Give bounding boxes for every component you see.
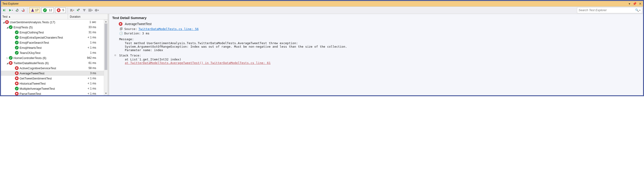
tree-row[interactable]: ActiveCognitiveServiceTest58 ms [1,66,108,71]
toolbar-separator [27,8,28,13]
vertical-scrollbar[interactable]: ▲ ▼ [104,19,108,95]
expander-icon[interactable]: ◢ [2,21,5,23]
test-name: MultipleAverageTweetTest [20,87,55,90]
column-test[interactable]: Test ▲ [1,14,68,19]
detail-pane: Test Detail Summary AverageTweetTest 🗐 S… [110,14,643,95]
svg-rect-9 [89,9,90,10]
source-link[interactable]: TwitterDataModelTests.cs line: 56 [138,27,198,31]
test-duration: < 1 ms [68,77,108,80]
svg-rect-2 [70,9,72,9]
scroll-thumb[interactable] [104,23,107,70]
svg-rect-6 [83,9,86,9]
test-duration: < 1 ms [68,92,108,95]
fail-icon [9,61,12,65]
tree-row[interactable]: ◢UserSentimentAnalysis.Tests (17)1 sec [1,19,108,25]
scroll-up-icon[interactable]: ▲ [104,19,108,23]
pass-icon [15,30,19,34]
expander-icon[interactable]: ◢ [6,62,9,64]
scroll-track[interactable] [104,70,108,91]
tree-row[interactable]: MultipleAverageTweetTest< 1 ms [1,86,108,91]
close-icon[interactable]: ✕ [639,2,642,5]
sort-ascending-icon: ▲ [8,15,11,18]
source-icon: 🗐 [119,27,123,31]
tree-row[interactable]: GetTweetSentimentTest< 1 ms [1,76,108,81]
test-duration: 942 ms [68,56,108,59]
run-all-button[interactable] [2,7,8,13]
test-tree-pane: Test ▲ Duration ◢UserSentimentAnalysis.T… [1,14,108,95]
search-box[interactable]: 🔍 ▾ [577,7,642,13]
toolbar: ▾ 17 12 5 ▾ ▾ ▾ 🔍 ▾ [1,6,643,14]
tree-row[interactable]: TearsOfJoyTest1 ms [1,50,108,55]
summary-passed[interactable]: 12 [42,7,54,13]
settings-button[interactable]: ▾ [94,7,100,13]
fail-icon [15,92,19,95]
tree-row[interactable]: ◢EmojiTests (5)33 ms [1,25,108,30]
group-by-button[interactable]: ▾ [88,7,93,13]
scroll-down-icon[interactable]: ▼ [104,91,108,95]
fail-icon [57,8,60,12]
repeat-run-button[interactable] [14,7,20,13]
tree-row[interactable]: ParseTweetTest< 1 ms [1,91,108,95]
svg-rect-7 [84,10,85,10]
pin-icon[interactable]: 📌 [632,2,636,5]
test-tree[interactable]: ◢UserSentimentAnalysis.Tests (17)1 sec◢E… [1,19,108,95]
pass-icon [15,46,19,49]
test-duration: 33 ms [68,25,108,29]
run-until-fail-button[interactable] [76,7,81,13]
playlist-button[interactable]: ▾ [69,7,75,13]
window-controls: ▾ 📌 ✕ [629,2,642,5]
test-name: UserSentimentAnalysis.Tests (17) [10,20,55,24]
svg-rect-12 [90,10,91,11]
flask-icon [31,8,34,12]
test-duration: < 1 ms [68,87,108,90]
tree-row[interactable]: ◢TwitterDataModelTests (6)61 ms [1,60,108,66]
svg-rect-0 [5,9,5,11]
svg-rect-3 [70,10,72,10]
test-name: TwitterDataModelTests (6) [14,61,49,65]
window-menu-icon[interactable]: ▾ [629,2,630,5]
test-duration: < 1 ms [68,36,108,39]
tree-row[interactable]: ▷HomeControllerTests (6)942 ms [1,55,108,60]
search-icon[interactable]: 🔍 [635,8,639,12]
duration-value: 3 ms [142,32,149,35]
pass-icon [15,87,19,90]
summary-total[interactable]: 17 [29,7,40,13]
summary-passed-count: 12 [49,8,52,12]
tree-row[interactable]: EmojiHeartsTest< 1 ms [1,45,108,50]
tree-row[interactable]: EmojiExtraSpecialCharatersTest< 1 ms [1,35,108,40]
tree-row[interactable]: HistoricalTweetTest< 1 ms [1,81,108,86]
svg-point-13 [96,9,97,11]
tree-row[interactable]: EmojiClothingTest31 ms [1,30,108,35]
test-name: ActiveCognitiveServiceTest [20,66,56,70]
stack-line: at List`1.get_Item(Int32 index) [119,58,640,61]
column-duration[interactable]: Duration [68,14,108,19]
filter-button[interactable] [82,7,87,13]
test-name: GetTweetSentimentTest [20,77,52,80]
run-button[interactable]: ▾ [8,7,14,13]
tree-row[interactable]: AverageTweetTest3 ms [1,71,108,76]
svg-rect-10 [90,9,91,10]
expander-icon[interactable]: ▷ [6,57,9,59]
expander-icon[interactable]: ◢ [6,26,9,29]
svg-rect-4 [70,11,72,11]
test-duration: 31 ms [68,31,108,34]
stack-link[interactable]: at TwitterDataModelTests.AverageTweetTes… [125,61,270,65]
main-area: Test ▲ Duration ◢UserSentimentAnalysis.T… [1,14,643,95]
pass-icon [15,41,19,44]
cancel-run-button[interactable] [20,7,26,13]
svg-point-5 [72,10,73,11]
search-dropdown-icon[interactable]: ▾ [639,9,640,11]
test-name: EmojiClothingTest [20,31,44,34]
svg-rect-11 [89,10,90,11]
test-name: EmojiTests (5) [14,25,32,29]
stack-label: Stack Trace: [119,54,640,57]
summary-failed[interactable]: 5 [55,7,66,13]
svg-rect-8 [84,11,85,11]
message-label: Message: [119,37,640,41]
outline-collapse-icon[interactable]: ⊟ [114,54,117,57]
tree-row[interactable]: EmojiFaceSearchTest1 ms [1,40,108,45]
fail-icon [15,82,19,85]
pass-icon [15,35,19,39]
search-input[interactable] [578,8,635,12]
test-duration: 1 ms [68,41,108,44]
